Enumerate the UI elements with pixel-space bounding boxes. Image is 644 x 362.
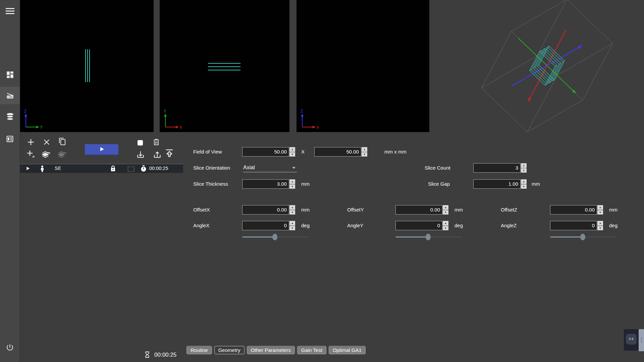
- spinner-down-icon[interactable]: ▼: [289, 226, 295, 231]
- offset-x-field[interactable]: 0.00 ▲▼: [242, 205, 295, 215]
- slider-thumb[interactable]: [580, 234, 585, 240]
- spinner-down-icon[interactable]: ▼: [289, 152, 295, 157]
- slider-track-filled[interactable]: [395, 236, 428, 238]
- angle-z-spinner[interactable]: ▲▼: [597, 221, 603, 230]
- tab-gain-test[interactable]: Gain Test: [297, 346, 326, 354]
- fov-x-field[interactable]: 50.00 ▲▼: [242, 147, 295, 157]
- spinner-up-icon[interactable]: ▲: [289, 205, 295, 210]
- spinner-down-icon[interactable]: ▼: [597, 210, 603, 215]
- menu-button[interactable]: [0, 2, 20, 20]
- upload-button[interactable]: [152, 150, 162, 160]
- spinner-down-icon[interactable]: ▼: [521, 168, 527, 173]
- angle-x-slider[interactable]: [242, 233, 309, 241]
- spinner-down-icon[interactable]: ▼: [443, 226, 448, 231]
- sequence-play-button[interactable]: [25, 166, 30, 172]
- power-button[interactable]: [0, 339, 20, 356]
- apply-layers-button[interactable]: [41, 150, 51, 160]
- slice-gap-spinner[interactable]: ▲▼: [521, 179, 527, 189]
- offset-z-spinner[interactable]: ▲▼: [597, 205, 603, 215]
- slice-thickness-field[interactable]: 3.00 ▲▼: [242, 179, 295, 189]
- selection-box-icon[interactable]: [128, 167, 134, 172]
- copy-button[interactable]: [57, 137, 67, 147]
- add-button[interactable]: [26, 138, 36, 148]
- spinner-down-icon[interactable]: ▼: [362, 152, 367, 157]
- spinner-up-icon[interactable]: ▲: [521, 179, 527, 184]
- scroll-handle[interactable]: [639, 329, 644, 351]
- publish-button[interactable]: [164, 149, 174, 159]
- fov-x-value[interactable]: 50.00: [242, 147, 289, 157]
- spinner-up-icon[interactable]: ▲: [362, 147, 367, 152]
- slider-track[interactable]: [275, 236, 309, 238]
- slice-count-spinner[interactable]: ▲▼: [521, 163, 527, 173]
- sidebar-item-database[interactable]: [0, 108, 20, 125]
- slider-thumb[interactable]: [272, 234, 277, 240]
- offset-y-value[interactable]: 0.00: [395, 205, 442, 215]
- angle-z-slider[interactable]: [550, 233, 616, 241]
- angle-y-spinner[interactable]: ▲▼: [443, 221, 448, 230]
- spinner-up-icon[interactable]: ▲: [521, 163, 527, 168]
- offset-x-value[interactable]: 0.00: [242, 205, 289, 215]
- slice-thickness-spinner[interactable]: ▲▼: [289, 179, 295, 189]
- angle-x-spinner[interactable]: ▲▼: [289, 221, 295, 230]
- offset-y-spinner[interactable]: ▲▼: [443, 205, 448, 215]
- 3d-geometry-view[interactable]: [469, 0, 625, 134]
- offset-z-value[interactable]: 0.00: [550, 205, 597, 215]
- lock-icon[interactable]: [110, 165, 116, 172]
- slider-track[interactable]: [583, 236, 616, 238]
- sidebar-item-protocols[interactable]: [0, 130, 20, 147]
- slice-count-field[interactable]: 3 ▲▼: [473, 163, 527, 173]
- run-button[interactable]: [85, 144, 118, 155]
- spinner-up-icon[interactable]: ▲: [289, 179, 295, 184]
- spinner-down-icon[interactable]: ▼: [521, 184, 527, 189]
- fov-y-spinner[interactable]: ▲▼: [362, 147, 367, 157]
- offset-x-spinner[interactable]: ▲▼: [289, 205, 295, 215]
- slice-orientation-select[interactable]: Axial: [243, 163, 297, 172]
- spinner-down-icon[interactable]: ▼: [289, 184, 295, 189]
- spinner-down-icon[interactable]: ▼: [597, 226, 603, 231]
- overlay-widget-button[interactable]: [626, 334, 637, 345]
- remove-button[interactable]: [42, 138, 52, 148]
- angle-x-field[interactable]: 0 ▲▼: [242, 221, 295, 230]
- spinner-up-icon[interactable]: ▲: [443, 221, 448, 226]
- slider-track-filled[interactable]: [550, 236, 583, 238]
- tab-geometry[interactable]: Geometry: [214, 346, 245, 354]
- angle-y-slider[interactable]: [395, 233, 462, 241]
- angle-y-value[interactable]: 0: [395, 221, 442, 230]
- spinner-up-icon[interactable]: ▲: [443, 205, 448, 210]
- slice-thickness-value[interactable]: 3.00: [242, 179, 289, 189]
- slider-track-filled[interactable]: [242, 236, 275, 238]
- tab-other-parameters[interactable]: Other Parameters: [247, 346, 295, 354]
- angle-z-field[interactable]: 0 ▲▼: [550, 221, 603, 230]
- angle-z-value[interactable]: 0: [550, 221, 597, 230]
- tab-optimal-ga1[interactable]: Optimal GA1: [329, 346, 366, 354]
- offset-y-field[interactable]: 0.00 ▲▼: [395, 205, 448, 215]
- spinner-down-icon[interactable]: ▼: [443, 210, 448, 215]
- spinner-up-icon[interactable]: ▲: [597, 205, 603, 210]
- viewport-sagittal[interactable]: Z Y: [20, 0, 154, 132]
- fov-x-spinner[interactable]: ▲▼: [289, 147, 295, 157]
- fov-y-field[interactable]: 50.00 ▲▼: [314, 147, 367, 157]
- spinner-up-icon[interactable]: ▲: [289, 221, 295, 226]
- stop-button[interactable]: [135, 138, 145, 148]
- sidebar-item-scanner[interactable]: [0, 87, 20, 104]
- spinner-down-icon[interactable]: ▼: [289, 210, 295, 215]
- offset-z-field[interactable]: 0.00 ▲▼: [550, 205, 603, 215]
- spinner-up-icon[interactable]: ▲: [597, 221, 603, 226]
- spinner-up-icon[interactable]: ▲: [289, 147, 295, 152]
- sequence-row[interactable]: SE 00:00:25: [20, 164, 183, 173]
- viewport-axial[interactable]: Z X: [297, 0, 429, 132]
- slider-thumb[interactable]: [426, 234, 431, 240]
- angle-x-value[interactable]: 0: [242, 221, 289, 230]
- fov-y-value[interactable]: 50.00: [314, 147, 361, 157]
- slice-count-value[interactable]: 3: [473, 163, 521, 173]
- slider-track[interactable]: [428, 236, 462, 238]
- sidebar-item-dashboard[interactable]: [0, 66, 20, 83]
- download-button[interactable]: [136, 150, 146, 160]
- add-protocol-button[interactable]: P: [25, 150, 36, 160]
- slice-gap-value[interactable]: 1.00: [473, 179, 521, 189]
- delete-button[interactable]: [151, 138, 161, 148]
- tab-routine[interactable]: Routine: [186, 346, 212, 354]
- slice-gap-field[interactable]: 1.00 ▲▼: [473, 179, 527, 189]
- angle-y-field[interactable]: 0 ▲▼: [395, 221, 448, 230]
- viewport-coronal[interactable]: Y X: [160, 0, 289, 132]
